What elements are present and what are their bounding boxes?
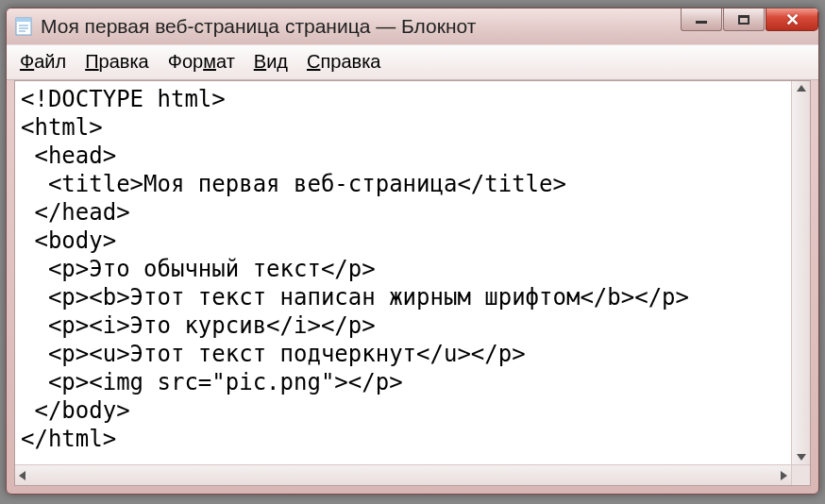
scroll-left-icon	[19, 471, 25, 480]
minimize-icon	[696, 21, 707, 24]
scroll-right-icon	[781, 471, 787, 480]
close-button[interactable]: ✕	[766, 8, 818, 31]
scroll-down-icon	[797, 454, 806, 461]
scroll-up-icon	[797, 85, 806, 92]
text-area[interactable]: <!DOCTYPE html> <html> <head> <title>Моя…	[15, 81, 810, 485]
maximize-icon	[738, 15, 749, 25]
titlebar[interactable]: Моя первая веб-страница страница — Блокн…	[7, 8, 818, 44]
horizontal-scrollbar[interactable]	[15, 464, 791, 485]
notepad-icon	[14, 16, 33, 37]
editor-frame: <!DOCTYPE html> <html> <head> <title>Моя…	[14, 80, 811, 486]
window-title: Моя первая веб-страница страница — Блокн…	[41, 15, 680, 38]
menu-help[interactable]: Справка	[307, 51, 380, 73]
menu-edit[interactable]: Правка	[85, 51, 149, 73]
close-icon: ✕	[785, 9, 800, 30]
menu-view[interactable]: Вид	[254, 51, 288, 73]
maximize-button[interactable]	[723, 8, 765, 31]
menu-format[interactable]: Формат	[168, 51, 235, 73]
vertical-scrollbar[interactable]	[791, 81, 810, 464]
minimize-button[interactable]	[681, 8, 722, 31]
scroll-corner	[791, 464, 810, 485]
svg-rect-1	[16, 18, 31, 22]
menubar: Файл Правка Формат Вид Справка	[7, 44, 818, 80]
menu-file[interactable]: Файл	[20, 51, 66, 73]
notepad-window: Моя первая веб-страница страница — Блокн…	[6, 8, 819, 495]
window-controls: ✕	[680, 8, 818, 44]
